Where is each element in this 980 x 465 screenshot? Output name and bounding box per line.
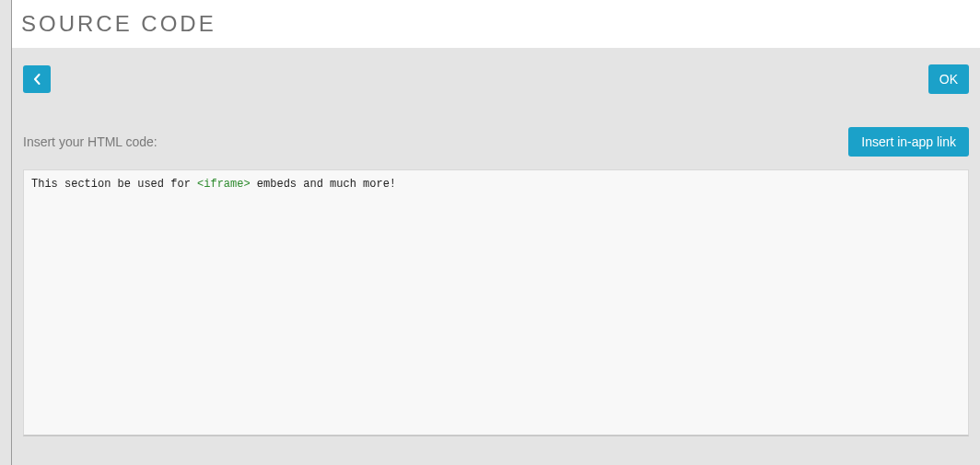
- back-button[interactable]: [23, 65, 51, 93]
- insert-row: Insert your HTML code: Insert in-app lin…: [12, 127, 980, 157]
- header: SOURCE CODE: [12, 0, 980, 48]
- editor-text-after: embeds and much more!: [251, 178, 396, 191]
- ok-button[interactable]: OK: [928, 64, 969, 94]
- insert-label: Insert your HTML code:: [23, 134, 158, 149]
- editor-tag: <iframe>: [197, 178, 251, 191]
- page-title: SOURCE CODE: [21, 11, 971, 37]
- toolbar: OK: [12, 57, 980, 101]
- chevron-left-icon: [33, 74, 41, 85]
- html-code-editor[interactable]: This section be used for <iframe> embeds…: [23, 169, 969, 436]
- insert-in-app-link-button[interactable]: Insert in-app link: [848, 127, 969, 157]
- source-code-panel: SOURCE CODE OK Insert your HTML code: In…: [11, 0, 980, 465]
- editor-text-before: This section be used for: [31, 178, 197, 191]
